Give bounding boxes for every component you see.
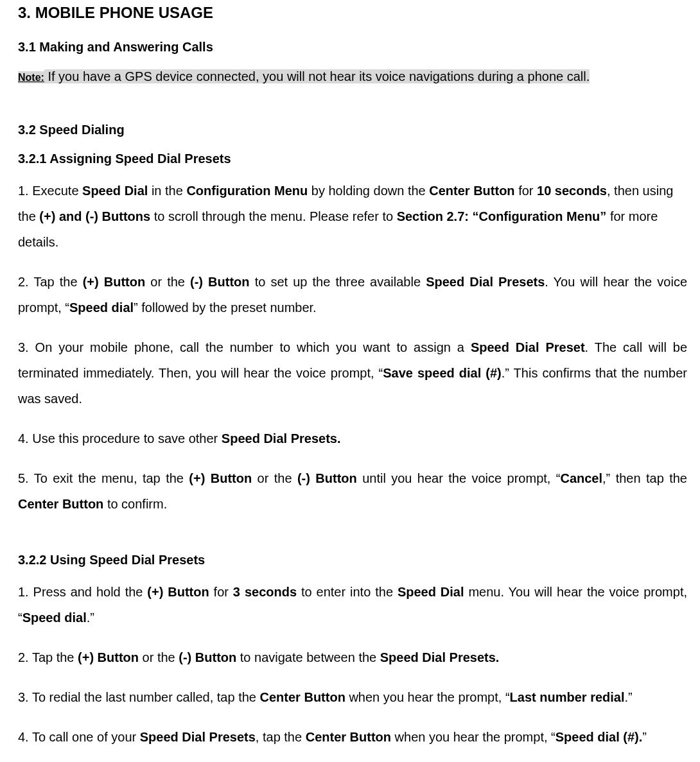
text: to enter into the — [297, 585, 398, 599]
bold-text: (+) Button — [83, 275, 146, 289]
text: 4. To call one of your — [18, 730, 140, 744]
step-3-2-1-2: 2. Tap the (+) Button or the (-) Button … — [18, 269, 687, 320]
step-3-2-1-5: 5. To exit the menu, tap the (+) Button … — [18, 465, 687, 517]
text: 5. To exit the menu, tap the — [18, 471, 189, 485]
text: when you hear the prompt, “ — [391, 730, 556, 744]
text: for — [209, 585, 233, 599]
note-text: If you have a GPS device connected, you … — [44, 69, 590, 83]
step-3-2-1-4: 4. Use this procedure to save other Spee… — [18, 426, 687, 451]
subsection-3-1-heading: 3.1 Making and Answering Calls — [18, 40, 687, 55]
document-page: 3. MOBILE PHONE USAGE 3.1 Making and Ans… — [0, 0, 700, 762]
text: or the — [139, 650, 179, 664]
text: 2. Tap the — [18, 275, 83, 289]
text: 2. Tap the — [18, 650, 78, 664]
text: .” — [87, 610, 94, 625]
bold-text: Speed Dial — [398, 585, 464, 599]
bold-text: Speed Dial Presets — [140, 730, 256, 744]
step-3-2-2-1: 1. Press and hold the (+) Button for 3 s… — [18, 579, 687, 630]
subsubsection-3-2-2-heading: 3.2.2 Using Speed Dial Presets — [18, 553, 687, 567]
text: in the — [148, 184, 186, 198]
text: to set up the three available — [250, 275, 426, 289]
step-3-2-1-1: 1. Execute Speed Dial in the Configurati… — [18, 178, 687, 255]
note-label: Note: — [18, 71, 44, 83]
bold-text: (+) Button — [147, 585, 209, 599]
text: or the — [252, 471, 297, 485]
text: to scroll through the menu. Please refer… — [150, 209, 397, 223]
step-3-2-1-3: 3. On your mobile phone, call the number… — [18, 334, 687, 411]
bold-text: Center Button — [260, 690, 346, 704]
text: by holding down the — [308, 184, 429, 198]
text: or the — [145, 275, 190, 289]
bold-text: Last number redial — [510, 690, 625, 704]
bold-text: Speed dial — [69, 300, 134, 315]
bold-text: (-) Button — [190, 275, 250, 289]
text: 1. Press and hold the — [18, 585, 147, 599]
bold-text: Configuration Menu — [186, 184, 308, 198]
text: to navigate between the — [236, 650, 380, 664]
bold-text: Section 2.7: “Configuration Menu” — [397, 209, 607, 223]
bold-text: Speed dial — [22, 610, 87, 625]
bold-text: (+) Button — [189, 471, 252, 485]
bold-text: (-) Button — [179, 650, 236, 664]
bold-text: Speed Dial Presets. — [380, 650, 500, 664]
subsubsection-3-2-1-heading: 3.2.1 Assigning Speed Dial Presets — [18, 152, 687, 166]
bold-text: Speed Dial Presets — [426, 275, 545, 289]
text: ,” then tap the — [602, 471, 687, 485]
step-3-2-2-3: 3. To redial the last number called, tap… — [18, 684, 687, 710]
bold-text: Center Button — [306, 730, 391, 744]
text: , tap the — [256, 730, 306, 744]
note-box: Note: If you have a GPS device connected… — [18, 66, 687, 87]
bold-text: (+) Button — [78, 650, 139, 664]
step-3-2-2-4: 4. To call one of your Speed Dial Preset… — [18, 724, 687, 750]
text: 3. To redial the last number called, tap… — [18, 690, 260, 704]
text: 1. Execute — [18, 184, 82, 198]
text: 4. Use this procedure to save other — [18, 431, 222, 446]
bold-text: 10 seconds — [537, 184, 607, 198]
bold-text: Cancel — [560, 471, 602, 485]
bold-text: Center Button — [18, 497, 103, 511]
text: 3. On your mobile phone, call the number… — [18, 340, 471, 354]
bold-text: Speed Dial — [82, 184, 148, 198]
bold-text: Speed Dial Preset — [471, 340, 585, 354]
text: until you hear the voice prompt, “ — [357, 471, 561, 485]
text: .” — [625, 690, 633, 704]
step-3-2-2-2: 2. Tap the (+) Button or the (-) Button … — [18, 645, 687, 670]
text: when you hear the prompt, “ — [346, 690, 510, 704]
section-title: 3. MOBILE PHONE USAGE — [18, 4, 687, 22]
bold-text: (+) and (-) Buttons — [39, 209, 150, 223]
bold-text: Center Button — [429, 184, 514, 198]
bold-text: (-) Button — [297, 471, 357, 485]
text: ” — [642, 730, 647, 744]
text: for — [515, 184, 537, 198]
text: ” followed by the preset number. — [134, 300, 317, 315]
subsection-3-2-heading: 3.2 Speed Dialing — [18, 123, 687, 137]
bold-text: 3 seconds — [233, 585, 297, 599]
text: to confirm. — [103, 497, 167, 511]
bold-text: Save speed dial (#) — [383, 366, 501, 380]
bold-text: Speed Dial Presets. — [222, 431, 341, 446]
bold-text: Speed dial (#). — [556, 730, 643, 744]
